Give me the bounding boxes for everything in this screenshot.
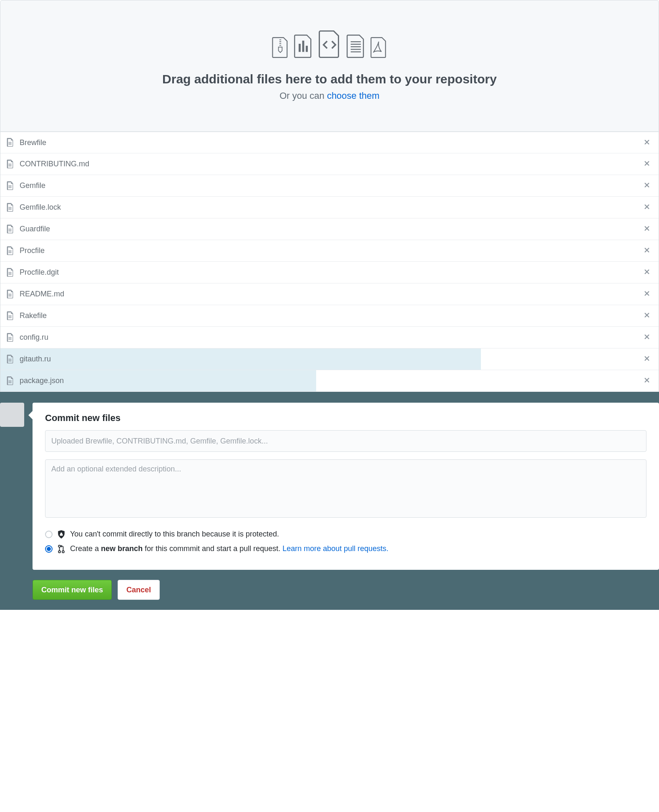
remove-file-button[interactable] bbox=[641, 309, 653, 322]
remove-file-button[interactable] bbox=[641, 331, 653, 344]
file-row: CONTRIBUTING.md bbox=[0, 153, 659, 175]
pdf-file-icon bbox=[370, 37, 387, 58]
document-icon bbox=[6, 225, 14, 234]
close-icon bbox=[644, 290, 650, 297]
file-row: Procfile.dgit bbox=[0, 262, 659, 283]
document-icon bbox=[6, 376, 14, 386]
zip-file-icon bbox=[272, 37, 289, 58]
file-name: Procfile.dgit bbox=[20, 268, 59, 277]
commit-buttons: Commit new files Cancel bbox=[0, 580, 659, 600]
nb-bold: new branch bbox=[101, 544, 143, 553]
remove-file-button[interactable] bbox=[641, 223, 653, 236]
svg-point-1 bbox=[58, 551, 60, 553]
document-icon bbox=[6, 290, 14, 299]
close-icon bbox=[644, 333, 650, 340]
file-name: Brewfile bbox=[20, 138, 46, 147]
commit-option-new-branch[interactable]: Create a new branch for this commmit and… bbox=[45, 544, 646, 553]
new-branch-text: Create a new branch for this commmit and… bbox=[70, 544, 388, 553]
file-row: config.ru bbox=[0, 327, 659, 348]
document-icon bbox=[6, 268, 14, 277]
choose-files-link[interactable]: choose them bbox=[327, 90, 380, 101]
nb-prefix: Create a bbox=[70, 544, 101, 553]
radio-new-branch[interactable] bbox=[45, 545, 53, 553]
code-file-icon bbox=[318, 30, 341, 58]
document-icon bbox=[6, 355, 14, 364]
file-row: Gemfile bbox=[0, 175, 659, 197]
file-row: Brewfile bbox=[0, 132, 659, 153]
close-icon bbox=[644, 139, 650, 145]
svg-point-0 bbox=[58, 545, 60, 547]
document-icon bbox=[6, 203, 14, 212]
commit-section: Commit new files You can't commit direct… bbox=[0, 392, 659, 610]
svg-point-2 bbox=[62, 551, 64, 553]
file-name: CONTRIBUTING.md bbox=[20, 160, 89, 168]
text-file-icon bbox=[346, 35, 365, 58]
avatar bbox=[0, 403, 24, 427]
remove-file-button[interactable] bbox=[641, 136, 653, 149]
file-name: Gemfile.lock bbox=[20, 203, 61, 212]
document-icon bbox=[6, 311, 14, 321]
remove-file-button[interactable] bbox=[641, 158, 653, 170]
file-name: gitauth.ru bbox=[20, 355, 51, 363]
upload-progress bbox=[0, 348, 481, 370]
document-icon bbox=[6, 181, 14, 190]
document-icon bbox=[6, 333, 14, 342]
document-icon bbox=[6, 160, 14, 169]
dropzone-subtitle: Or you can choose them bbox=[9, 90, 650, 101]
file-row: Rakefile bbox=[0, 305, 659, 327]
file-row: gitauth.ru bbox=[0, 348, 659, 370]
file-name: package.json bbox=[20, 376, 64, 385]
dropzone-sub-prefix: Or you can bbox=[279, 90, 327, 101]
shield-lock-icon bbox=[58, 530, 65, 539]
learn-pull-requests-link[interactable]: Learn more about pull requests. bbox=[282, 544, 388, 553]
commit-heading: Commit new files bbox=[45, 413, 646, 424]
dropzone-icon-row bbox=[9, 30, 650, 58]
close-icon bbox=[644, 268, 650, 275]
remove-file-button[interactable] bbox=[641, 353, 653, 366]
cancel-button[interactable]: Cancel bbox=[118, 580, 160, 600]
file-row: Gemfile.lock bbox=[0, 197, 659, 218]
nb-suffix: for this commmit and start a pull reques… bbox=[143, 544, 282, 553]
close-icon bbox=[644, 203, 650, 210]
file-row: package.json bbox=[0, 370, 659, 392]
file-dropzone[interactable]: Drag additional files here to add them t… bbox=[0, 0, 659, 132]
remove-file-button[interactable] bbox=[641, 179, 653, 192]
file-name: Guardfile bbox=[20, 225, 50, 233]
close-icon bbox=[644, 225, 650, 232]
commit-summary-input[interactable] bbox=[45, 430, 646, 452]
protected-branch-text: You can't commit directly to this branch… bbox=[70, 530, 279, 539]
uploaded-file-list: BrewfileCONTRIBUTING.mdGemfileGemfile.lo… bbox=[0, 132, 659, 392]
commit-description-input[interactable] bbox=[45, 459, 646, 518]
document-icon bbox=[6, 246, 14, 256]
commit-option-protected[interactable]: You can't commit directly to this branch… bbox=[45, 530, 646, 539]
remove-file-button[interactable] bbox=[641, 201, 653, 214]
chart-file-icon bbox=[294, 35, 313, 58]
file-name: Rakefile bbox=[20, 311, 47, 320]
file-name: Procfile bbox=[20, 246, 45, 255]
file-row: README.md bbox=[0, 283, 659, 305]
pull-request-icon bbox=[58, 545, 65, 553]
close-icon bbox=[644, 312, 650, 318]
remove-file-button[interactable] bbox=[641, 374, 653, 387]
radio-direct-commit[interactable] bbox=[45, 531, 53, 538]
close-icon bbox=[644, 182, 650, 188]
file-name: README.md bbox=[20, 290, 64, 298]
file-row: Procfile bbox=[0, 240, 659, 262]
file-name: config.ru bbox=[20, 333, 48, 342]
close-icon bbox=[644, 377, 650, 383]
remove-file-button[interactable] bbox=[641, 244, 653, 257]
file-row: Guardfile bbox=[0, 218, 659, 240]
commit-button[interactable]: Commit new files bbox=[33, 580, 112, 600]
close-icon bbox=[644, 247, 650, 253]
file-name: Gemfile bbox=[20, 181, 45, 190]
dropzone-title: Drag additional files here to add them t… bbox=[9, 72, 650, 86]
document-icon bbox=[6, 138, 14, 147]
remove-file-button[interactable] bbox=[641, 288, 653, 301]
commit-box: Commit new files You can't commit direct… bbox=[33, 403, 659, 570]
close-icon bbox=[644, 160, 650, 167]
remove-file-button[interactable] bbox=[641, 266, 653, 279]
close-icon bbox=[644, 355, 650, 362]
